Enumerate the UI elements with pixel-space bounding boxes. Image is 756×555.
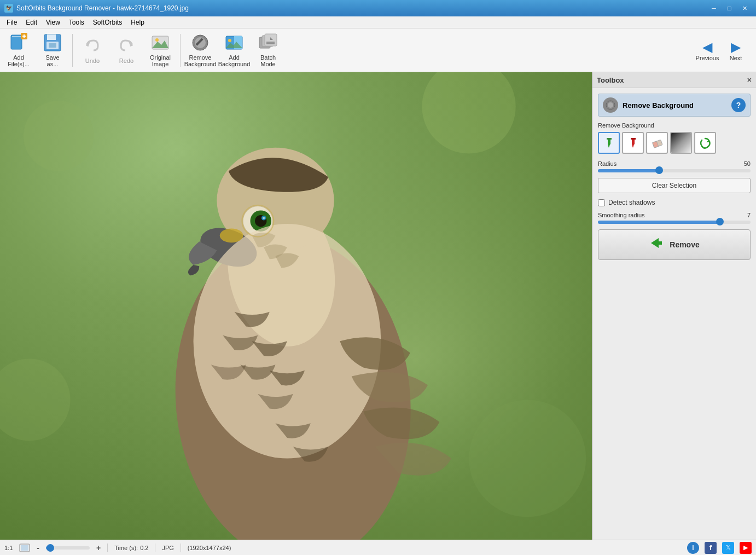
remove-background-button[interactable]: RemoveBackground bbox=[184, 30, 217, 70]
svg-rect-8 bbox=[49, 43, 56, 48]
menu-bar: File Edit View Tools SoftOrbits Help bbox=[0, 16, 756, 28]
eraser-tool[interactable] bbox=[646, 132, 668, 154]
undo-label: Undo bbox=[85, 57, 100, 64]
svg-rect-60 bbox=[21, 545, 28, 551]
status-separator-3 bbox=[181, 544, 181, 552]
original-image-icon bbox=[150, 33, 170, 53]
svg-rect-52 bbox=[631, 138, 636, 140]
add-file-button[interactable]: AddFile(s)... bbox=[2, 30, 35, 70]
facebook-button[interactable]: f bbox=[705, 542, 717, 554]
zoom-slider-thumb[interactable] bbox=[46, 544, 54, 552]
svg-point-45 bbox=[608, 102, 613, 108]
clear-selection-button[interactable]: Clear Selection bbox=[598, 178, 751, 193]
status-bar: 1:1 - + Time (s): 0.2 JPG (1920x1477x24)… bbox=[0, 540, 756, 555]
toolbox-panel: Toolbox × Remove Background ? Remo bbox=[592, 72, 756, 540]
time-value: 0.2 bbox=[140, 545, 148, 551]
app-icon: 🦅 bbox=[4, 4, 13, 13]
twitter-button[interactable]: 𝕏 bbox=[722, 542, 734, 554]
close-button[interactable]: ✕ bbox=[737, 3, 752, 14]
remove-area-tool[interactable] bbox=[622, 132, 644, 154]
add-background-button[interactable]: AddBackground bbox=[218, 30, 251, 70]
zoom-control: 1:1 bbox=[4, 545, 13, 551]
menu-file[interactable]: File bbox=[2, 18, 21, 27]
original-image-button[interactable]: OriginalImage bbox=[144, 30, 177, 70]
info-button[interactable]: i bbox=[687, 542, 699, 554]
remove-background-icon bbox=[190, 33, 210, 53]
save-as-label: Saveas... bbox=[45, 54, 59, 67]
toolbox-body: Remove Background ? Remove Background bbox=[592, 88, 756, 265]
toolbox-header: Toolbox × bbox=[592, 72, 756, 88]
window-title: SoftOrbits Background Remover - hawk-271… bbox=[16, 4, 189, 12]
next-button[interactable]: ▶ Next bbox=[722, 31, 749, 70]
svg-point-40 bbox=[263, 217, 265, 219]
menu-tools[interactable]: Tools bbox=[65, 18, 89, 27]
toolbar-separator-1 bbox=[72, 34, 73, 67]
minimize-button[interactable]: ─ bbox=[707, 3, 721, 14]
time-info: Time (s): 0.2 bbox=[114, 545, 148, 551]
keep-area-tool[interactable] bbox=[598, 132, 620, 154]
previous-label: Previous bbox=[696, 55, 719, 61]
menu-softorbits[interactable]: SoftOrbits bbox=[89, 18, 126, 27]
svg-rect-56 bbox=[671, 133, 691, 153]
maximize-button[interactable]: □ bbox=[722, 3, 736, 14]
detect-shadows-checkbox[interactable] bbox=[598, 199, 605, 206]
svg-point-28 bbox=[24, 101, 94, 171]
zoom-minus-icon[interactable]: - bbox=[37, 544, 39, 552]
remove-button-icon bbox=[649, 235, 664, 254]
toolbox-close-button[interactable]: × bbox=[747, 76, 752, 84]
gradient-tool[interactable] bbox=[670, 132, 692, 154]
rb-title: Remove Background bbox=[603, 97, 694, 113]
svg-rect-1 bbox=[12, 36, 21, 37]
detect-shadows-label[interactable]: Detect shadows bbox=[608, 199, 655, 206]
undo-button[interactable]: Undo bbox=[76, 31, 109, 70]
youtube-button[interactable]: ▶ bbox=[740, 542, 752, 554]
menu-view[interactable]: View bbox=[42, 18, 65, 27]
auto-tool[interactable] bbox=[694, 132, 716, 154]
redo-icon bbox=[117, 36, 136, 56]
zoom-slider-track bbox=[46, 546, 90, 550]
menu-edit[interactable]: Edit bbox=[21, 18, 42, 27]
redo-button[interactable]: Redo bbox=[110, 31, 143, 70]
remove-background-label: RemoveBackground bbox=[184, 54, 217, 67]
menu-help[interactable]: Help bbox=[126, 18, 149, 27]
svg-point-43 bbox=[220, 229, 243, 243]
previous-button[interactable]: ◀ Previous bbox=[694, 31, 721, 70]
next-icon: ▶ bbox=[731, 39, 741, 55]
toolbar: AddFile(s)... Saveas... Undo bbox=[0, 28, 756, 72]
batch-mode-button[interactable]: BatchMode bbox=[252, 30, 284, 70]
detect-shadows-row: Detect shadows bbox=[598, 199, 751, 206]
smoothing-radius-label: Smoothing radius bbox=[598, 212, 645, 218]
format-info: JPG bbox=[162, 545, 173, 551]
add-file-icon bbox=[9, 33, 28, 53]
dimensions-info: (1920x1477x24) bbox=[188, 545, 231, 551]
zoom-plus-icon[interactable]: + bbox=[96, 544, 101, 552]
main-content: Toolbox × Remove Background ? Remo bbox=[0, 72, 756, 540]
redo-label: Redo bbox=[119, 57, 133, 64]
add-background-icon bbox=[224, 33, 244, 53]
remove-button-label: Remove bbox=[670, 240, 699, 249]
nav-area: ◀ Previous ▶ Next bbox=[694, 31, 754, 70]
svg-rect-6 bbox=[47, 34, 56, 40]
time-label: Time (s): bbox=[114, 545, 138, 551]
help-button[interactable]: ? bbox=[731, 98, 746, 112]
toolbar-separator-2 bbox=[180, 34, 181, 67]
save-as-button[interactable]: Saveas... bbox=[36, 30, 69, 70]
remove-button[interactable]: Remove bbox=[598, 229, 751, 260]
canvas-area[interactable] bbox=[0, 72, 592, 540]
zoom-level: 1:1 bbox=[4, 545, 13, 551]
zoom-view-icon bbox=[19, 544, 30, 552]
batch-mode-label: BatchMode bbox=[260, 54, 276, 67]
status-separator-2 bbox=[155, 544, 155, 552]
title-bar: 🦅 SoftOrbits Background Remover - hawk-2… bbox=[0, 0, 756, 16]
tool-buttons-row bbox=[598, 132, 751, 154]
batch-mode-icon bbox=[258, 33, 278, 53]
previous-icon: ◀ bbox=[702, 39, 712, 55]
smoothing-radius-value: 7 bbox=[747, 212, 751, 218]
status-separator-1 bbox=[107, 544, 108, 552]
svg-point-12 bbox=[155, 38, 159, 42]
radius-label: Radius bbox=[598, 160, 617, 167]
rb-section-title: Remove Background bbox=[623, 101, 694, 109]
svg-point-30 bbox=[469, 400, 586, 517]
original-image-label: OriginalImage bbox=[150, 54, 171, 67]
tools-section-label: Remove Background bbox=[598, 122, 751, 129]
